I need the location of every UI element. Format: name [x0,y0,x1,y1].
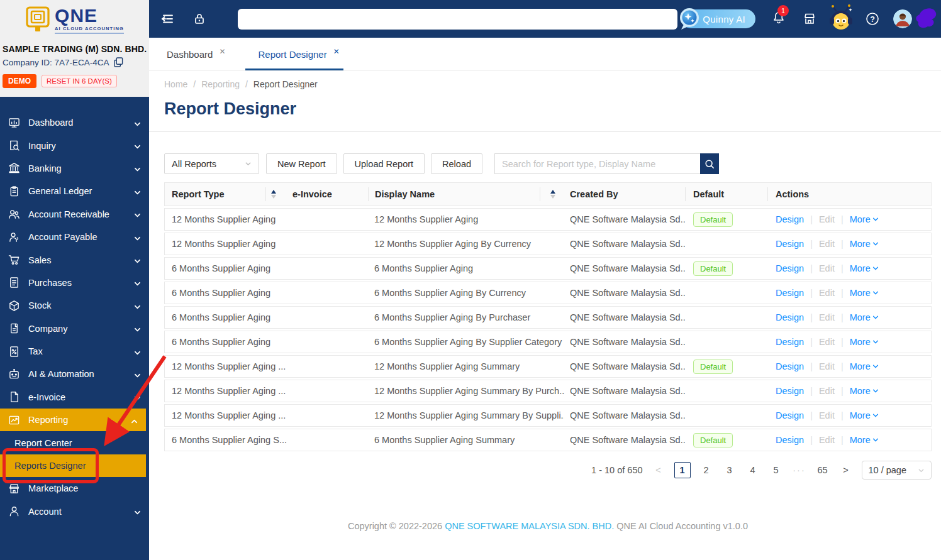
tab-report-designer[interactable]: Report Designer✕ [258,38,339,70]
sidebar-item-marketplace[interactable]: Marketplace [0,477,149,500]
cell-created-by: QNE Software Malaysia Sd... [564,263,685,273]
default-badge: Default [693,360,733,374]
breadcrumb-item-reporting[interactable]: Reporting [201,79,240,89]
breadcrumb-item-report-designer: Report Designer [253,79,318,89]
lock-icon[interactable] [192,12,206,26]
pagination-summary: 1 - 10 of 650 [591,465,642,475]
sidebar-item-stock[interactable]: Stock [0,294,149,317]
table-row: 6 Months Supplier Aging6 Months Supplier… [164,282,932,304]
more-action[interactable]: More [850,288,879,298]
pagination-next-button[interactable]: > [838,462,854,478]
report-filter-select[interactable]: All Reports [164,153,259,174]
tab-dashboard[interactable]: Dashboard✕ [167,38,225,70]
copy-icon[interactable] [114,57,123,67]
sidebar-item-report-center[interactable]: Report Center [0,431,149,454]
collapse-sidebar-icon[interactable] [160,12,174,26]
sidebar-item-sales[interactable]: Sales [0,248,149,271]
edit-action[interactable]: Edit [819,361,835,371]
assistant-mascot-icon[interactable] [827,4,855,33]
pagination-page-5[interactable]: 5 [769,462,784,478]
sidebar-item-reporting[interactable]: Reporting [0,409,146,431]
footer-company-link[interactable]: QNE SOFTWARE MALAYSIA SDN. BHD. [445,521,614,531]
user-avatar[interactable] [893,9,912,28]
sidebar-item-e-invoice[interactable]: e-Invoice [0,386,149,409]
design-action[interactable]: Design [776,410,804,420]
pagination-page-4[interactable]: 4 [745,462,760,478]
pagination-prev-button[interactable]: < [651,462,666,478]
edit-action[interactable]: Edit [819,386,835,396]
help-icon[interactable]: ? [866,12,879,26]
column-header-e-invoice[interactable]: e-Invoice [281,189,368,199]
sidebar-item-account-receivable[interactable]: Account Receivable [0,203,149,226]
company-name: SAMPLE TRADING (M) SDN. BHD. [0,44,149,54]
pagination-page-2[interactable]: 2 [699,462,714,478]
edit-action[interactable]: Edit [819,263,835,273]
design-action[interactable]: Design [776,337,804,347]
close-icon[interactable]: ✕ [219,47,225,56]
pagination-page-1[interactable]: 1 [674,462,691,478]
page-size-select[interactable]: 10 / page [862,461,932,480]
more-action[interactable]: More [850,239,879,249]
edit-action[interactable]: Edit [819,239,835,249]
sort-desc-icon [271,195,276,199]
pagination-page-3[interactable]: 3 [722,462,737,478]
footer: Copyright © 2022-2026 QNE SOFTWARE MALAY… [164,521,932,531]
design-action[interactable]: Design [776,361,804,371]
report-search-button[interactable] [700,153,719,174]
reset-countdown-badge: RESET IN 6 DAY(S) [42,75,117,87]
reload-button[interactable]: Reload [431,153,482,174]
sidebar-item-tax[interactable]: Tax [0,340,149,363]
upload-report-button[interactable]: Upload Report [343,153,425,174]
edit-action[interactable]: Edit [819,288,835,298]
design-action[interactable]: Design [776,214,804,224]
sidebar-item-reports-designer[interactable]: Reports Designer [0,454,146,477]
design-action[interactable]: Design [776,239,804,249]
column-header-created-by[interactable]: Created By [565,189,685,199]
more-action[interactable]: More [850,386,879,396]
sort-control-display-name[interactable] [540,190,565,199]
sidebar-item-purchases[interactable]: Purchases [0,272,149,294]
sidebar-item-general-ledger[interactable]: General Ledger [0,180,149,202]
close-icon[interactable]: ✕ [333,47,340,56]
more-action[interactable]: More [850,263,879,273]
report-search-input[interactable] [494,153,700,174]
column-header-default: Default [686,189,767,199]
sidebar-item-ai-and-automation[interactable]: AI & Automation [0,363,149,385]
notifications-button[interactable]: 1 [772,11,786,27]
new-report-button[interactable]: New Report [266,153,337,174]
more-action[interactable]: More [850,435,879,445]
breadcrumb-item-home[interactable]: Home [164,79,187,89]
sidebar-item-banking[interactable]: Banking [0,157,149,180]
more-action[interactable]: More [850,337,879,347]
sidebar-item-account-payable[interactable]: Account Payable [0,226,149,248]
design-action[interactable]: Design [776,435,804,445]
more-action[interactable]: More [850,410,879,420]
action-separator: | [841,263,844,273]
edit-action[interactable]: Edit [819,435,835,445]
edit-action[interactable]: Edit [819,214,835,224]
marketplace-topbar-icon[interactable] [803,12,816,26]
sidebar-item-inquiry[interactable]: Inquiry [0,134,149,156]
column-header-display-name[interactable]: Display Name [369,189,540,199]
design-action[interactable]: Design [776,312,804,322]
more-action[interactable]: More [850,312,879,322]
quinny-ai-button[interactable]: Quinny AI [681,9,755,28]
table-row: 12 Months Supplier Aging ...12 Months Su… [164,380,932,402]
edit-action[interactable]: Edit [819,337,835,347]
pagination-page-65[interactable]: 65 [815,462,830,478]
chevron-down-icon [872,388,879,394]
sidebar-item-account[interactable]: Account [0,500,149,523]
sidebar-item-company[interactable]: Company [0,317,149,340]
design-action[interactable]: Design [776,386,804,396]
design-action[interactable]: Design [776,288,804,298]
sort-control-report-type[interactable] [266,190,281,199]
more-action[interactable]: More [850,214,879,224]
column-header-report-type[interactable]: Report Type [165,189,265,199]
global-search-input[interactable] [238,9,677,30]
edit-action[interactable]: Edit [819,410,835,420]
design-action[interactable]: Design [776,263,804,273]
edit-action[interactable]: Edit [819,312,835,322]
more-action[interactable]: More [850,361,879,371]
sidebar-item-dashboard[interactable]: Dashboard [0,111,149,134]
qne-logo: QNE AI CLOUD ACCOUNTING [0,4,149,36]
